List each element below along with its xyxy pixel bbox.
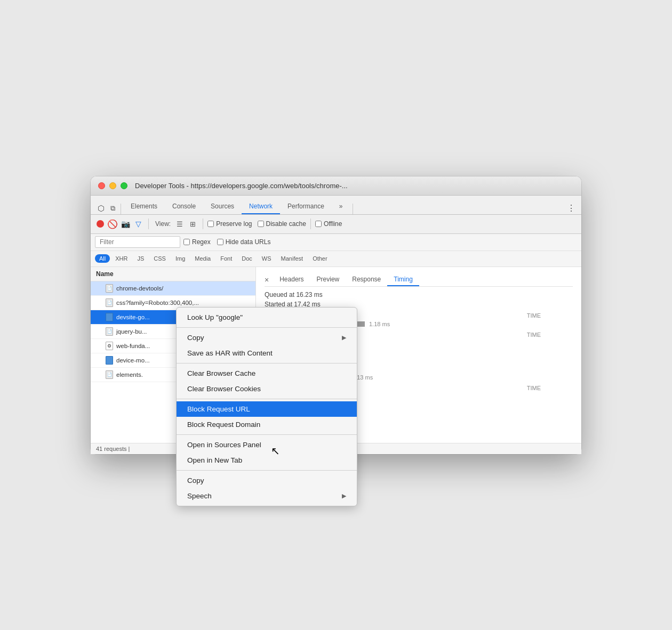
list-item[interactable]: 📄 chrome-devtools/ (91, 281, 255, 296)
file-name: device-mo... (116, 357, 150, 364)
filter-xhr[interactable]: XHR (111, 254, 132, 263)
file-type-icon: 📄 (106, 298, 113, 307)
disable-cache-label[interactable]: Disable cache (258, 220, 306, 228)
ctx-save-har-label: Save as HAR with Content (187, 349, 273, 357)
file-name: web-funda... (116, 343, 150, 349)
file-name: devsite-go... (116, 314, 150, 320)
disable-cache-text: Disable cache (266, 220, 306, 228)
offline-label[interactable]: Offline (315, 220, 342, 228)
tab-elements[interactable]: Elements (123, 199, 165, 214)
ctx-sep-3 (177, 399, 357, 399)
hide-data-urls-text: Hide data URLs (226, 238, 271, 246)
ctx-clear-cookies[interactable]: Clear Browser Cookies (177, 381, 357, 397)
name-column-header: Name (96, 270, 114, 278)
ctx-block-domain[interactable]: Block Request Domain (177, 417, 357, 432)
filter-doc[interactable]: Doc (237, 254, 257, 263)
more-options-icon[interactable]: ⋮ (565, 203, 577, 214)
ctx-open-sources[interactable]: Open in Sources Panel (177, 437, 357, 453)
record-button[interactable] (97, 220, 104, 228)
offline-checkbox[interactable] (315, 221, 322, 227)
scheduling-value: 1.18 ms (369, 321, 390, 327)
toolbar-divider-3 (310, 219, 311, 229)
filter-css[interactable]: CSS (149, 254, 170, 263)
file-type-icon (106, 313, 113, 321)
preserve-log-checkbox[interactable] (207, 221, 214, 227)
ctx-speech-label: Speech (187, 492, 212, 500)
tab-network[interactable]: Network (242, 199, 280, 214)
regex-text: Regex (192, 238, 211, 246)
offline-text: Offline (324, 220, 342, 228)
ctx-copy-arrow: ▶ (342, 334, 346, 341)
filter-media[interactable]: Media (190, 254, 215, 263)
cursor-icon[interactable]: ⬡ (95, 203, 107, 214)
filter-img[interactable]: Img (171, 254, 189, 263)
filter-other[interactable]: Other (308, 254, 332, 263)
ctx-speech-arrow: ▶ (342, 492, 346, 499)
disable-cache-checkbox[interactable] (258, 221, 264, 227)
group-button[interactable]: ⊞ (187, 218, 198, 230)
detail-tab-timing[interactable]: Timing (387, 273, 419, 286)
ctx-open-sources-label: Open in Sources Panel (187, 441, 261, 449)
context-menu: Look Up "google" Copy ▶ Save as HAR with… (176, 307, 357, 506)
ctx-speech[interactable]: Speech ▶ (177, 488, 357, 504)
tab-more[interactable]: » (332, 199, 350, 214)
ctx-sep-4 (177, 434, 357, 435)
file-type-icon: 📄 (106, 370, 113, 379)
hide-data-urls-checkbox[interactable] (217, 239, 223, 245)
filter-icon[interactable]: ▽ (132, 218, 144, 230)
ctx-copy-bottom[interactable]: Copy (177, 473, 357, 488)
filter-toolbar: Regex Hide data URLs (91, 234, 581, 251)
close-detail-button[interactable]: × (265, 276, 269, 284)
ctx-open-tab[interactable]: Open in New Tab (177, 453, 357, 468)
filter-ws[interactable]: WS (258, 254, 276, 263)
filter-js[interactable]: JS (133, 254, 148, 263)
filter-all[interactable]: All (95, 254, 110, 263)
list-view-button[interactable]: ☰ (174, 218, 186, 230)
minimize-button[interactable] (109, 182, 116, 189)
file-type-icon: 📄 (106, 284, 113, 293)
regex-label[interactable]: Regex (183, 238, 211, 246)
toolbar-divider-2 (203, 219, 203, 229)
ctx-save-har[interactable]: Save as HAR with Content (177, 345, 357, 361)
detail-tab-preview[interactable]: Preview (310, 273, 346, 286)
ctx-copy-submenu[interactable]: Copy ▶ (177, 330, 357, 345)
tab-performance[interactable]: Performance (280, 199, 332, 214)
ctx-clear-cache-label: Clear Browser Cache (187, 369, 255, 377)
hide-data-urls-label[interactable]: Hide data URLs (217, 238, 271, 246)
ctx-sep-2 (177, 363, 357, 364)
preserve-log-label[interactable]: Preserve log (207, 220, 252, 228)
detail-tab-headers[interactable]: Headers (273, 273, 310, 286)
preserve-log-text: Preserve log (216, 220, 252, 228)
file-list-header: Name (91, 267, 255, 281)
ctx-open-tab-label: Open in New Tab (187, 456, 242, 464)
view-label: View: (155, 220, 171, 228)
tab-sep-1 (121, 204, 121, 214)
tab-sep-2 (353, 204, 353, 214)
ctx-block-url-label: Block Request URL (187, 405, 250, 413)
filter-input[interactable] (95, 236, 180, 248)
file-type-icon: ⚙ (106, 342, 113, 350)
status-text: 41 requests | (96, 446, 130, 452)
ctx-lookup[interactable]: Look Up "google" (177, 310, 357, 325)
tab-console[interactable]: Console (165, 199, 203, 214)
close-button[interactable] (98, 182, 105, 189)
device-icon[interactable]: ⧉ (107, 203, 118, 214)
tab-sources[interactable]: Sources (203, 199, 242, 214)
ctx-copy-label: Copy (187, 334, 204, 342)
filter-font[interactable]: Font (216, 254, 236, 263)
ctx-clear-cache[interactable]: Clear Browser Cache (177, 366, 357, 381)
detail-tab-bar: × Headers Preview Response Timing (265, 273, 573, 287)
ctx-clear-cookies-label: Clear Browser Cookies (187, 385, 261, 393)
capture-button[interactable]: 📷 (119, 218, 131, 230)
queued-timing: Queued at 16.23 ms (265, 291, 573, 298)
file-name: css?family=Roboto:300,400,... (116, 300, 199, 306)
detail-tab-response[interactable]: Response (346, 273, 387, 286)
ctx-block-url[interactable]: Block Request URL (177, 401, 357, 417)
clear-button[interactable]: 🚫 (107, 218, 118, 230)
maximize-button[interactable] (121, 182, 127, 189)
filter-manifest[interactable]: Manifest (277, 254, 308, 263)
toolbar-divider-1 (148, 219, 149, 229)
regex-checkbox[interactable] (183, 239, 190, 245)
file-name: elements. (116, 371, 143, 378)
tab-bar: ⬡ ⧉ Elements Console Sources Network Per… (91, 196, 581, 215)
